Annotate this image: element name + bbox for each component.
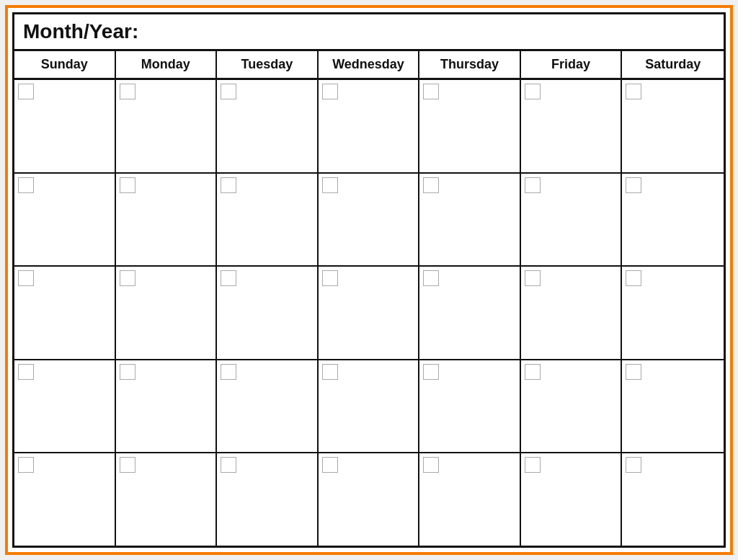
cell-4-1[interactable] [14, 360, 116, 453]
cell-5-5[interactable] [419, 453, 521, 546]
cell-4-6[interactable] [521, 360, 623, 453]
title-text: Month/Year: [23, 20, 138, 43]
header-thursday: Thursday [419, 51, 521, 78]
date-box [120, 177, 135, 193]
date-box [221, 457, 236, 473]
cell-3-3[interactable] [217, 267, 319, 359]
cell-2-1[interactable] [14, 174, 116, 266]
calendar-header: Sunday Monday Tuesday Wednesday Thursday… [14, 51, 724, 80]
date-box [221, 177, 236, 193]
cell-3-2[interactable] [116, 267, 218, 359]
calendar-inner-container: Month/Year: Sunday Monday Tuesday Wednes… [12, 12, 726, 548]
header-saturday: Saturday [622, 51, 724, 78]
header-sunday: Sunday [14, 51, 116, 78]
cell-5-6[interactable] [521, 453, 623, 546]
cell-2-2[interactable] [116, 174, 218, 266]
calendar-row-4 [14, 360, 724, 454]
date-box [525, 270, 541, 286]
date-box [322, 364, 338, 380]
date-box [423, 364, 439, 380]
cell-5-7[interactable] [622, 453, 724, 546]
date-box [322, 457, 338, 473]
date-box [423, 84, 439, 99]
cell-2-4[interactable] [319, 174, 420, 266]
date-box [322, 270, 338, 286]
date-box [120, 364, 135, 380]
cell-4-4[interactable] [319, 360, 420, 453]
date-box [18, 177, 34, 193]
date-box [18, 84, 34, 99]
date-box [221, 270, 236, 286]
calendar-row-1 [14, 80, 724, 174]
calendar-outer-border: Month/Year: Sunday Monday Tuesday Wednes… [5, 5, 733, 555]
date-box [525, 457, 541, 473]
calendar-title: Month/Year: [14, 14, 724, 51]
cell-1-4[interactable] [319, 80, 420, 172]
cell-2-6[interactable] [521, 174, 623, 266]
cell-3-1[interactable] [14, 267, 116, 359]
date-box [423, 457, 439, 473]
cell-4-3[interactable] [217, 360, 319, 453]
date-box [525, 84, 541, 99]
cell-1-1[interactable] [14, 80, 116, 172]
header-monday: Monday [116, 51, 218, 78]
cell-3-6[interactable] [521, 267, 623, 359]
date-box [18, 364, 34, 380]
header-friday: Friday [521, 51, 623, 78]
calendar-row-2 [14, 174, 724, 267]
date-box [120, 84, 135, 99]
cell-4-5[interactable] [419, 360, 521, 453]
cell-1-7[interactable] [622, 80, 724, 172]
cell-1-5[interactable] [419, 80, 521, 172]
date-box [221, 84, 236, 99]
date-box [18, 457, 34, 473]
date-box [626, 84, 641, 99]
cell-2-3[interactable] [217, 174, 319, 266]
date-box [423, 177, 439, 193]
cell-1-2[interactable] [116, 80, 218, 172]
date-box [626, 364, 641, 380]
calendar-body [14, 80, 724, 546]
date-box [18, 270, 34, 286]
cell-4-2[interactable] [116, 360, 218, 453]
cell-1-3[interactable] [217, 80, 319, 172]
date-box [626, 270, 641, 286]
cell-3-4[interactable] [319, 267, 420, 359]
cell-1-6[interactable] [521, 80, 623, 172]
cell-4-7[interactable] [622, 360, 724, 453]
date-box [423, 270, 439, 286]
date-box [525, 177, 541, 193]
date-box [525, 364, 541, 380]
cell-3-7[interactable] [622, 267, 724, 359]
cell-2-5[interactable] [419, 174, 521, 266]
date-box [626, 177, 641, 193]
cell-3-5[interactable] [419, 267, 521, 359]
cell-5-1[interactable] [14, 453, 116, 546]
date-box [322, 177, 338, 193]
cell-5-4[interactable] [319, 453, 420, 546]
date-box [626, 457, 641, 473]
date-box [120, 270, 135, 286]
cell-2-7[interactable] [622, 174, 724, 266]
header-wednesday: Wednesday [319, 51, 420, 78]
cell-5-2[interactable] [116, 453, 218, 546]
date-box [322, 84, 338, 99]
calendar-row-5 [14, 453, 724, 546]
header-tuesday: Tuesday [217, 51, 319, 78]
cell-5-3[interactable] [217, 453, 319, 546]
calendar-row-3 [14, 267, 724, 360]
date-box [120, 457, 135, 473]
date-box [221, 364, 236, 380]
